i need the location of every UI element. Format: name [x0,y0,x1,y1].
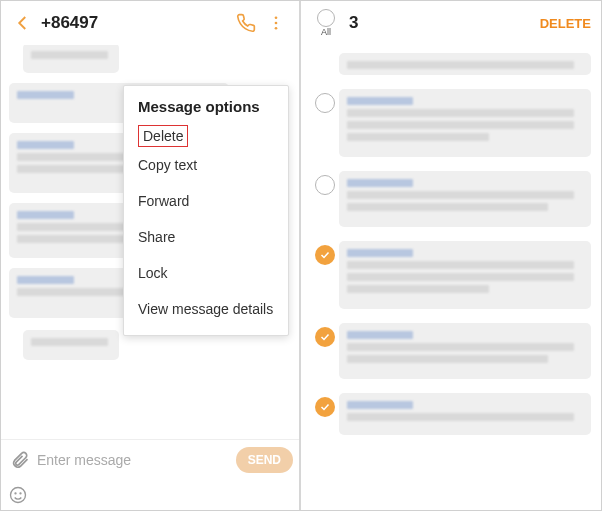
contact-title: +86497 [37,13,231,33]
svg-point-3 [11,488,26,503]
menu-item-forward[interactable]: Forward [124,183,288,219]
list-item[interactable] [301,165,601,235]
checkbox-checked-icon[interactable] [315,245,335,265]
svg-point-5 [20,493,21,494]
call-icon[interactable] [231,9,261,37]
menu-item-copy[interactable]: Copy text [124,147,288,183]
more-icon[interactable] [261,9,291,37]
selection-header: All 3 DELETE [301,1,601,45]
checkbox-unchecked-icon[interactable] [315,175,335,195]
svg-point-2 [275,27,278,30]
emoji-icon[interactable] [7,485,29,505]
checkbox-checked-icon[interactable] [315,397,335,417]
menu-title: Message options [124,98,288,125]
send-button[interactable]: SEND [236,447,293,473]
menu-item-lock[interactable]: Lock [124,255,288,291]
back-icon[interactable] [9,9,37,37]
svg-point-4 [15,493,16,494]
message-bubble[interactable] [23,45,119,73]
select-all-label: All [321,27,331,37]
menu-item-delete[interactable]: Delete [138,125,188,147]
list-item[interactable] [301,235,601,317]
list-item[interactable] [301,83,601,165]
list-item[interactable] [301,47,601,83]
compose-bar: Enter message SEND [1,439,299,510]
conversation-panel: +86497 06:44 Message options Delete [1,1,301,510]
select-all-checkbox[interactable] [317,9,335,27]
menu-item-share[interactable]: Share [124,219,288,255]
checkbox-unchecked-icon[interactable] [315,93,335,113]
message-input[interactable]: Enter message [33,452,236,468]
select-all[interactable]: All [311,9,341,37]
selection-count: 3 [341,13,540,33]
menu-item-details[interactable]: View message details [124,291,288,327]
svg-point-1 [275,22,278,25]
list-item[interactable] [301,387,601,443]
checkbox-checked-icon[interactable] [315,327,335,347]
selection-panel: All 3 DELETE [301,1,601,510]
list-item[interactable] [301,317,601,387]
message-bubble[interactable] [23,330,119,360]
svg-point-0 [275,16,278,19]
message-options-menu: Message options Delete Copy text Forward… [123,85,289,336]
message-selection-list [301,45,601,510]
delete-button[interactable]: DELETE [540,16,591,31]
conversation-header: +86497 [1,1,299,45]
attach-icon[interactable] [7,450,33,470]
